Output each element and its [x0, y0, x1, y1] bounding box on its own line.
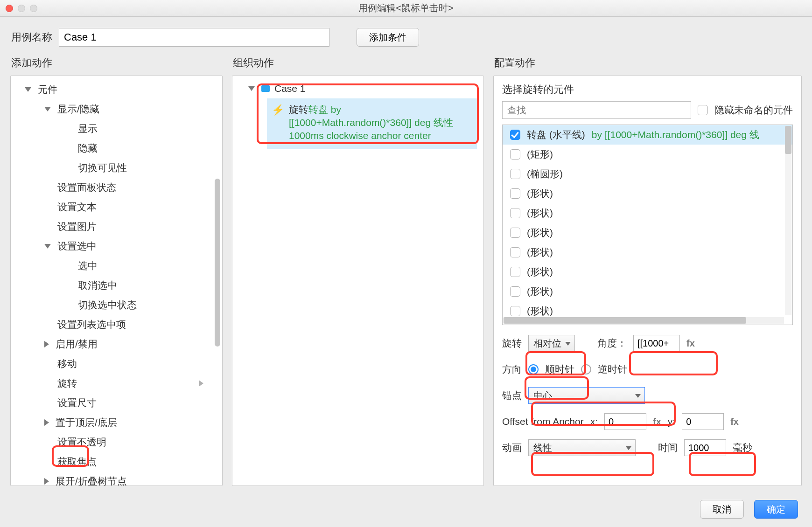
widget-label: (形状) — [527, 226, 553, 239]
organize-action-heading: 组织动作 — [232, 51, 484, 76]
fx-angle-button[interactable]: fx — [686, 338, 695, 349]
widget-checkbox[interactable] — [510, 306, 520, 316]
tree-item[interactable]: 获取焦点 — [11, 452, 222, 472]
chevron-right-icon[interactable] — [44, 478, 49, 485]
tree-item[interactable]: 置于顶层/底层 — [11, 413, 222, 432]
widget-row[interactable]: (形状) — [503, 203, 792, 223]
case-node[interactable]: Case 1 — [239, 81, 477, 97]
counter-clockwise-label: 逆时针 — [598, 363, 627, 376]
chevron-down-icon[interactable] — [25, 87, 31, 92]
widget-row[interactable]: (形状) — [503, 243, 792, 262]
case-name-input[interactable] — [59, 28, 329, 47]
counter-clockwise-radio[interactable] — [581, 364, 591, 374]
widget-checkbox[interactable] — [510, 208, 520, 218]
tree-root[interactable]: 元件 — [11, 80, 222, 99]
fx-x-button[interactable]: fx — [653, 416, 661, 427]
hide-unnamed-checkbox[interactable] — [698, 105, 708, 115]
case-icon — [261, 85, 270, 92]
chevron-down-icon[interactable] — [248, 86, 255, 91]
clockwise-radio[interactable] — [528, 364, 539, 374]
tree-label: 取消选中 — [78, 276, 117, 295]
widget-row[interactable]: (矩形) — [503, 145, 792, 164]
tree-item[interactable]: 移动 — [11, 354, 222, 374]
chevron-right-icon[interactable] — [44, 341, 49, 347]
tree-label: 获取焦点 — [57, 452, 97, 472]
widget-row[interactable]: (椭圆形) — [503, 164, 792, 184]
widget-list-hthumb[interactable] — [504, 317, 746, 324]
tree-label: 显示 — [78, 119, 98, 139]
tree-label: 隐藏 — [78, 139, 98, 158]
cancel-button[interactable]: 取消 — [700, 500, 744, 519]
time-unit: 毫秒 — [733, 441, 752, 454]
widget-list-vscroll[interactable] — [785, 126, 791, 315]
widget-checkbox[interactable] — [510, 247, 520, 257]
widget-row[interactable]: (形状) — [503, 184, 792, 203]
action-tree-panel: 元件显示/隐藏显示隐藏切换可见性设置面板状态设置文本设置图片设置选中选中取消选中… — [10, 76, 223, 486]
chevron-down-icon[interactable] — [44, 244, 51, 249]
offset-y-input[interactable] — [682, 413, 724, 430]
widget-row[interactable]: 转盘 (水平线) by [[1000+Math.random()*360]] d… — [503, 125, 792, 145]
tree-item[interactable]: 设置文本 — [11, 197, 222, 217]
tree-item[interactable]: 展开/折叠树节点 — [11, 472, 222, 485]
animation-select[interactable]: 线性 — [528, 439, 636, 456]
angle-input[interactable] — [633, 335, 680, 352]
widget-list[interactable]: 转盘 (水平线) by [[1000+Math.random()*360]] d… — [502, 125, 793, 325]
tree-item[interactable]: 显示 — [11, 119, 222, 139]
widget-search-input[interactable] — [502, 101, 691, 119]
y-label: y: — [668, 416, 675, 427]
rotate-label: 旋转 — [502, 337, 522, 350]
tree-item[interactable]: 设置面板状态 — [11, 178, 222, 197]
offset-label: Offset from Anchor — [502, 416, 584, 427]
widget-row[interactable]: (形状) — [503, 223, 792, 243]
time-input[interactable] — [684, 439, 726, 456]
widget-list-vthumb[interactable] — [785, 126, 791, 154]
tree-item[interactable]: 取消选中 — [11, 276, 222, 295]
chevron-down-icon[interactable] — [44, 107, 51, 111]
case-node-label: Case 1 — [274, 83, 306, 94]
chevron-right-icon[interactable] — [44, 419, 49, 426]
widget-label: (形状) — [527, 285, 553, 298]
tree-item[interactable]: 隐藏 — [11, 139, 222, 158]
widget-checkbox[interactable] — [510, 267, 520, 277]
tree-item[interactable]: 切换可见性 — [11, 158, 222, 178]
time-label: 时间 — [658, 441, 678, 454]
tree-label: 设置选中 — [57, 236, 97, 256]
widget-checkbox[interactable] — [510, 169, 520, 179]
chevron-down-icon — [565, 342, 571, 346]
fx-y-button[interactable]: fx — [730, 416, 739, 427]
widget-label: (形状) — [527, 305, 553, 318]
tree-item[interactable]: 启用/禁用 — [11, 334, 222, 354]
chevron-down-icon — [635, 394, 641, 398]
tree-item[interactable]: 设置图片 — [11, 217, 222, 236]
tree-item[interactable]: 设置不透明 — [11, 432, 222, 452]
dialog-footer: 取消 确定 — [700, 500, 798, 519]
widget-checkbox[interactable] — [510, 228, 520, 238]
widget-checkbox[interactable] — [510, 149, 520, 159]
tree-item[interactable]: 设置尺寸 — [11, 393, 222, 413]
anchor-select[interactable]: 中心 — [528, 387, 645, 404]
widget-checkbox[interactable] — [510, 286, 520, 297]
animation-label: 动画 — [502, 441, 522, 454]
widget-row[interactable]: (形状) — [503, 282, 792, 301]
tree-scrollbar[interactable] — [215, 179, 220, 347]
widget-checkbox[interactable] — [510, 130, 520, 140]
tree-label: 切换可见性 — [78, 158, 127, 178]
tree-item[interactable]: 切换选中状态 — [11, 295, 222, 315]
widget-row[interactable]: (形状) — [503, 262, 792, 282]
ok-button[interactable]: 确定 — [754, 500, 798, 519]
tree-item[interactable]: 显示/隐藏 — [11, 99, 222, 119]
action-tree[interactable]: 元件显示/隐藏显示隐藏切换可见性设置面板状态设置文本设置图片设置选中选中取消选中… — [11, 76, 222, 485]
offset-x-input[interactable] — [604, 413, 646, 430]
add-condition-button[interactable]: 添加条件 — [357, 28, 419, 47]
tree-label: 切换选中状态 — [78, 295, 137, 315]
widget-checkbox[interactable] — [510, 188, 520, 199]
tree-item[interactable]: 设置列表选中项 — [11, 315, 222, 334]
config-title: 选择旋转的元件 — [502, 83, 793, 97]
tree-item[interactable]: 选中 — [11, 256, 222, 276]
tree-item[interactable]: 设置选中 — [11, 236, 222, 256]
tree-label: 置于顶层/底层 — [56, 413, 117, 432]
tree-item[interactable]: 旋转 — [11, 374, 222, 393]
action-item[interactable]: ⚡ 旋转转盘 by [[1000+Math.random()*360]] deg… — [267, 98, 477, 149]
rotate-mode-select[interactable]: 相对位 — [528, 335, 575, 352]
widget-label: (形状) — [527, 246, 553, 259]
